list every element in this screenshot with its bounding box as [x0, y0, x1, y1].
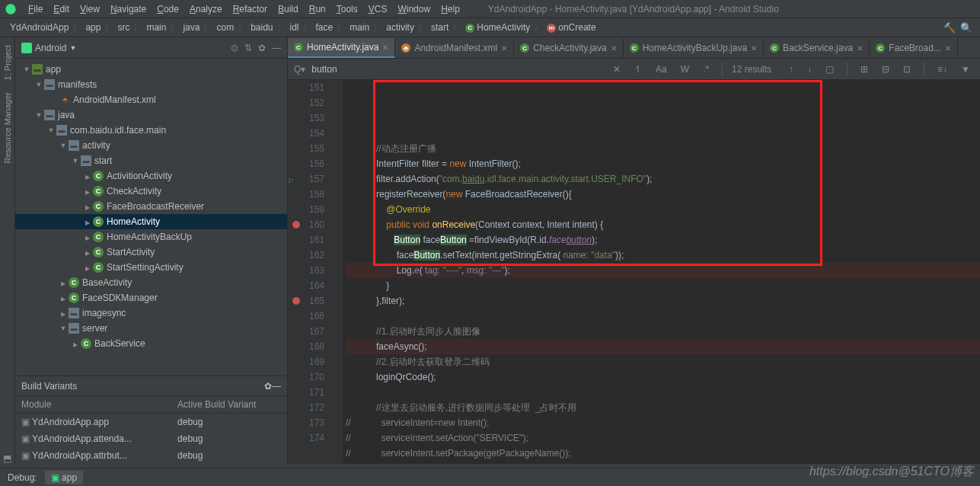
tree-node-baseactivity[interactable]: BaseActivity	[15, 275, 287, 290]
editor-tab[interactable]: ⬘AndroidManifest.xml✕	[395, 38, 514, 58]
build-variant-row[interactable]: ▣ YdAndroidApp.attenda...debug	[15, 430, 287, 447]
hide-icon[interactable]: —	[272, 43, 281, 53]
select-occurrences-icon[interactable]: ⊡	[899, 64, 915, 75]
code-line[interactable]: faceAsync();	[346, 339, 980, 354]
code-line[interactable]: //动态注册广播	[346, 141, 980, 156]
tree-node-facebroadcastreceiver[interactable]: FaceBroadcastReceiver	[15, 199, 287, 214]
code-line[interactable]	[346, 309, 980, 324]
tree-node-homeactivity[interactable]: HomeActivity	[15, 214, 287, 229]
breadcrumb-item[interactable]: baidu	[248, 22, 275, 33]
resource-manager-tab[interactable]: Resource Manager	[2, 88, 14, 168]
menu-help[interactable]: Help	[436, 4, 465, 14]
menu-analyze[interactable]: Analyze	[184, 4, 228, 14]
tree-node-manifests[interactable]: ▼▬manifests	[15, 77, 287, 92]
code-line[interactable]	[346, 126, 980, 141]
code-line[interactable]: // serviceIntent.setAction("SERVICE");	[346, 430, 980, 446]
breadcrumb-item[interactable]: CHomeActivity	[463, 22, 532, 33]
code-line[interactable]: loginQrCode();	[346, 369, 980, 385]
editor-tab[interactable]: CBackService.java✕	[764, 38, 870, 58]
tree-node-start[interactable]: ▼▬start	[15, 153, 287, 168]
select-all-icon[interactable]: ▢	[822, 64, 838, 75]
code-line[interactable]: //这里去启动服务,进行数据同步等处理 _占时不用	[346, 400, 980, 415]
breadcrumb-item[interactable]: face	[314, 22, 336, 33]
code-line[interactable]: Button faceButton =findViewById(R.id.fac…	[346, 232, 980, 248]
menu-refactor[interactable]: Refactor	[228, 4, 273, 14]
tree-node-backservice[interactable]: BackService	[15, 336, 287, 351]
breadcrumb-item[interactable]: java	[180, 22, 202, 33]
up-arrow-icon[interactable]: ↑	[785, 64, 797, 75]
tree-node-activitionactivity[interactable]: ActivitionActivity	[15, 168, 287, 184]
menu-build[interactable]: Build	[273, 4, 304, 14]
close-icon[interactable]: ✕	[382, 43, 388, 52]
tree-node-app[interactable]: ▼▬app	[15, 62, 287, 77]
code-line[interactable]	[346, 385, 980, 400]
code-line[interactable]: Log.e( tag: "----", msg: "---");	[346, 263, 980, 278]
settings-icon[interactable]: ✿	[264, 381, 272, 392]
prev-match-icon[interactable]: ↿	[630, 64, 646, 75]
menu-code[interactable]: Code	[152, 4, 184, 14]
override-icon[interactable]: o↑	[288, 173, 295, 188]
code-line[interactable]: faceButton.setText(intent.getStringExtra…	[346, 248, 980, 263]
build-variant-row[interactable]: ▣ YdAndroidApp.attrbut...debug	[15, 447, 287, 464]
tree-node-server[interactable]: ▼▬server	[15, 321, 287, 336]
code-line[interactable]: // serviceIntent.setPackage(getPackageNa…	[346, 446, 980, 461]
close-icon[interactable]: ✕	[501, 44, 507, 53]
funnel-icon[interactable]: ▼	[957, 64, 974, 75]
tree-node-androidmanifest-xml[interactable]: ⬘AndroidManifest.xml	[15, 92, 287, 107]
clear-icon[interactable]: ✕	[609, 64, 624, 75]
tree-node-startsettingactivity[interactable]: StartSettingActivity	[15, 260, 287, 275]
breadcrumb-item[interactable]: app	[83, 22, 103, 33]
breadcrumb-item[interactable]: com	[214, 22, 236, 33]
breadcrumb-item[interactable]: activity	[384, 22, 417, 33]
menu-file[interactable]: File	[23, 4, 48, 14]
close-icon[interactable]: ✕	[945, 44, 951, 53]
menu-vcs[interactable]: VCS	[363, 4, 393, 14]
build-icon[interactable]: 🔨	[943, 22, 956, 34]
tree-node-checkactivity[interactable]: CheckActivity	[15, 184, 287, 199]
code-line[interactable]: filter.addAction("com.baidu.idl.face.mai…	[346, 171, 980, 187]
code-line[interactable]: public void onReceive(Context context, I…	[346, 217, 980, 232]
code-line[interactable]: //2.启动时去获取登录二维码	[346, 354, 980, 369]
settings-icon[interactable]: ✿	[258, 43, 266, 53]
tree-node-homeactivitybackup[interactable]: HomeActivityBackUp	[15, 229, 287, 245]
filter-icon[interactable]: ≡↓	[934, 64, 951, 75]
menu-window[interactable]: Window	[392, 4, 436, 14]
code-line[interactable]: //1.启动时去同步人脸图像	[346, 324, 980, 339]
editor-tab[interactable]: CCheckActivity.java✕	[514, 38, 623, 58]
hide-icon[interactable]: —	[272, 381, 281, 392]
build-variants-toggle-icon[interactable]: ⬒	[3, 453, 11, 464]
find-input[interactable]	[311, 64, 525, 75]
editor-tab[interactable]: CHomeActivityBackUp.java✕	[624, 38, 764, 58]
breadcrumb-item[interactable]: main	[144, 22, 168, 33]
breakpoint-icon[interactable]	[292, 221, 300, 229]
scroll-from-source-icon[interactable]: ⊙	[231, 43, 238, 53]
breadcrumb-item[interactable]: monCreate	[544, 22, 598, 33]
remove-selection-icon[interactable]: ⊟	[878, 64, 893, 75]
code-editor[interactable]: 151152153154155156157o↑15815916016116216…	[288, 80, 980, 464]
word-icon[interactable]: W	[677, 64, 693, 75]
tree-node-imagesync[interactable]: ▬imagesync	[15, 305, 287, 321]
regex-icon[interactable]: .*	[699, 64, 713, 75]
code-line[interactable]: // serviceIntent=new Intent();	[346, 415, 980, 430]
search-icon[interactable]: 🔍	[960, 22, 972, 34]
tree-node-startactivity[interactable]: StartActivity	[15, 245, 287, 260]
code-line[interactable]: },filter);	[346, 293, 980, 309]
tree-node-java[interactable]: ▼▬java	[15, 107, 287, 123]
tree-node-facesdkmanager[interactable]: FaceSDKManager	[15, 290, 287, 305]
editor-tab[interactable]: CHomeActivity.java✕	[288, 38, 395, 58]
down-arrow-icon[interactable]: ↓	[803, 64, 816, 75]
breadcrumb-item[interactable]: start	[429, 22, 451, 33]
menu-tools[interactable]: Tools	[331, 4, 363, 14]
editor-tab[interactable]: CFaceBroad...✕	[870, 38, 958, 58]
code-line[interactable]: registerReceiver(new FaceBroadcastReceiv…	[346, 187, 980, 202]
project-view-selector[interactable]: Android ▼	[21, 43, 76, 53]
menu-navigate[interactable]: Navigate	[105, 4, 152, 14]
menu-edit[interactable]: Edit	[48, 4, 75, 14]
tree-node-activity[interactable]: ▼▬activity	[15, 138, 287, 153]
close-icon[interactable]: ✕	[857, 44, 863, 53]
case-icon[interactable]: Aa	[652, 64, 671, 75]
add-selection-icon[interactable]: ⊞	[857, 64, 872, 75]
menu-run[interactable]: Run	[304, 4, 331, 14]
code-line[interactable]: }	[346, 278, 980, 293]
breadcrumb-item[interactable]: main	[347, 22, 372, 33]
